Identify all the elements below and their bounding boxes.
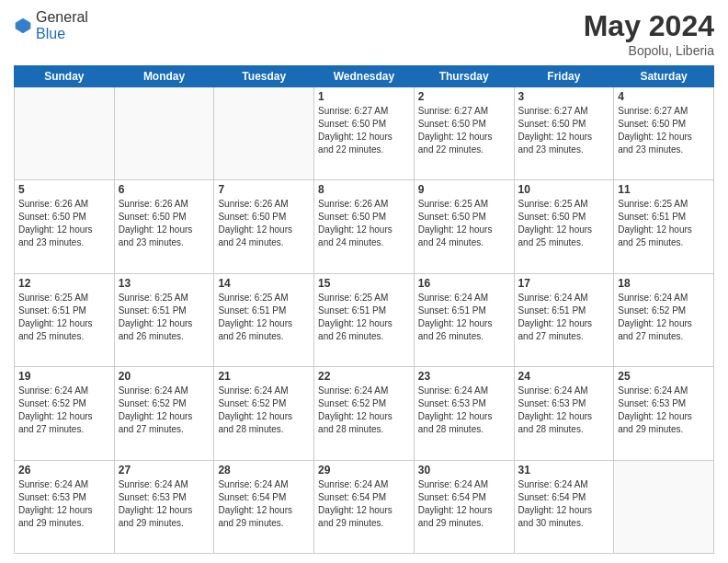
day-info: Sunrise: 6:24 AM Sunset: 6:53 PM Dayligh… (618, 385, 710, 436)
calendar-cell: 26Sunrise: 6:24 AM Sunset: 6:53 PM Dayli… (15, 460, 115, 553)
day-header-sunday: Sunday (15, 66, 115, 87)
day-header-wednesday: Wednesday (314, 66, 415, 87)
day-header-tuesday: Tuesday (214, 66, 314, 87)
day-number: 16 (418, 277, 510, 290)
calendar-cell: 21Sunrise: 6:24 AM Sunset: 6:52 PM Dayli… (214, 367, 314, 460)
day-number: 24 (518, 370, 610, 383)
day-info: Sunrise: 6:24 AM Sunset: 6:54 PM Dayligh… (318, 478, 410, 530)
day-info: Sunrise: 6:24 AM Sunset: 6:53 PM Dayligh… (518, 385, 610, 436)
day-info: Sunrise: 6:26 AM Sunset: 6:50 PM Dayligh… (18, 198, 110, 249)
logo-general: General (36, 9, 88, 25)
day-info: Sunrise: 6:24 AM Sunset: 6:52 PM Dayligh… (218, 385, 310, 436)
calendar-week-5: 26Sunrise: 6:24 AM Sunset: 6:53 PM Dayli… (15, 460, 714, 553)
day-info: Sunrise: 6:27 AM Sunset: 6:50 PM Dayligh… (618, 105, 710, 156)
calendar-cell: 17Sunrise: 6:24 AM Sunset: 6:51 PM Dayli… (514, 273, 614, 366)
logo: General Blue (14, 9, 88, 42)
day-info: Sunrise: 6:25 AM Sunset: 6:50 PM Dayligh… (418, 198, 510, 249)
day-number: 17 (518, 277, 610, 290)
calendar-cell: 5Sunrise: 6:26 AM Sunset: 6:50 PM Daylig… (15, 180, 115, 273)
calendar-cell (114, 87, 214, 180)
calendar-cell: 19Sunrise: 6:24 AM Sunset: 6:52 PM Dayli… (15, 367, 115, 460)
page: General Blue May 2024 Bopolu, Liberia Su… (0, 0, 728, 563)
day-info: Sunrise: 6:27 AM Sunset: 6:50 PM Dayligh… (518, 105, 610, 156)
calendar-cell: 30Sunrise: 6:24 AM Sunset: 6:54 PM Dayli… (414, 460, 514, 553)
calendar-week-1: 1Sunrise: 6:27 AM Sunset: 6:50 PM Daylig… (15, 87, 714, 180)
day-info: Sunrise: 6:24 AM Sunset: 6:52 PM Dayligh… (18, 385, 110, 436)
calendar-cell: 28Sunrise: 6:24 AM Sunset: 6:54 PM Dayli… (214, 460, 314, 553)
calendar-cell: 16Sunrise: 6:24 AM Sunset: 6:51 PM Dayli… (414, 273, 514, 366)
day-number: 13 (119, 277, 210, 290)
day-info: Sunrise: 6:24 AM Sunset: 6:53 PM Dayligh… (18, 478, 110, 530)
calendar-cell: 23Sunrise: 6:24 AM Sunset: 6:53 PM Dayli… (414, 367, 514, 460)
day-info: Sunrise: 6:24 AM Sunset: 6:53 PM Dayligh… (119, 478, 210, 530)
day-info: Sunrise: 6:26 AM Sunset: 6:50 PM Dayligh… (318, 198, 410, 249)
calendar-cell: 27Sunrise: 6:24 AM Sunset: 6:53 PM Dayli… (114, 460, 214, 553)
logo-text: General Blue (36, 9, 88, 42)
day-number: 15 (318, 277, 410, 290)
day-info: Sunrise: 6:24 AM Sunset: 6:51 PM Dayligh… (418, 292, 510, 343)
logo-blue: Blue (36, 26, 65, 41)
location: Bopolu, Liberia (584, 43, 714, 58)
day-number: 23 (418, 370, 510, 383)
day-number: 5 (18, 183, 110, 196)
day-number: 28 (218, 464, 310, 477)
day-header-monday: Monday (114, 66, 214, 87)
day-number: 30 (418, 464, 510, 477)
day-info: Sunrise: 6:26 AM Sunset: 6:50 PM Dayligh… (119, 198, 210, 249)
calendar-cell: 12Sunrise: 6:25 AM Sunset: 6:51 PM Dayli… (15, 273, 115, 366)
calendar-cell: 7Sunrise: 6:26 AM Sunset: 6:50 PM Daylig… (214, 180, 314, 273)
day-header-saturday: Saturday (614, 66, 714, 87)
calendar-cell: 2Sunrise: 6:27 AM Sunset: 6:50 PM Daylig… (414, 87, 514, 180)
day-info: Sunrise: 6:25 AM Sunset: 6:51 PM Dayligh… (218, 292, 310, 343)
calendar-table: SundayMondayTuesdayWednesdayThursdayFrid… (14, 65, 714, 554)
day-info: Sunrise: 6:24 AM Sunset: 6:53 PM Dayligh… (418, 385, 510, 436)
calendar-cell: 10Sunrise: 6:25 AM Sunset: 6:50 PM Dayli… (514, 180, 614, 273)
day-number: 7 (218, 183, 310, 196)
calendar-cell: 25Sunrise: 6:24 AM Sunset: 6:53 PM Dayli… (614, 367, 714, 460)
day-number: 12 (18, 277, 110, 290)
day-number: 22 (318, 370, 410, 383)
calendar-cell: 1Sunrise: 6:27 AM Sunset: 6:50 PM Daylig… (314, 87, 415, 180)
day-info: Sunrise: 6:24 AM Sunset: 6:51 PM Dayligh… (518, 292, 610, 343)
day-header-thursday: Thursday (414, 66, 514, 87)
calendar-cell: 29Sunrise: 6:24 AM Sunset: 6:54 PM Dayli… (314, 460, 415, 553)
day-number: 2 (418, 90, 510, 103)
calendar-week-3: 12Sunrise: 6:25 AM Sunset: 6:51 PM Dayli… (15, 273, 714, 366)
calendar-cell: 11Sunrise: 6:25 AM Sunset: 6:51 PM Dayli… (614, 180, 714, 273)
day-number: 14 (218, 277, 310, 290)
calendar-cell (214, 87, 314, 180)
calendar-cell: 24Sunrise: 6:24 AM Sunset: 6:53 PM Dayli… (514, 367, 614, 460)
day-number: 27 (119, 464, 210, 477)
calendar-cell (15, 87, 115, 180)
day-number: 11 (618, 183, 710, 196)
day-info: Sunrise: 6:24 AM Sunset: 6:54 PM Dayligh… (418, 478, 510, 530)
day-number: 26 (18, 464, 110, 477)
calendar-week-4: 19Sunrise: 6:24 AM Sunset: 6:52 PM Dayli… (15, 367, 714, 460)
day-number: 10 (518, 183, 610, 196)
day-number: 20 (119, 370, 210, 383)
logo-icon (14, 17, 32, 35)
day-info: Sunrise: 6:25 AM Sunset: 6:51 PM Dayligh… (318, 292, 410, 343)
calendar-cell: 6Sunrise: 6:26 AM Sunset: 6:50 PM Daylig… (114, 180, 214, 273)
day-info: Sunrise: 6:25 AM Sunset: 6:51 PM Dayligh… (119, 292, 210, 343)
calendar-cell: 31Sunrise: 6:24 AM Sunset: 6:54 PM Dayli… (514, 460, 614, 553)
day-number: 29 (318, 464, 410, 477)
day-number: 18 (618, 277, 710, 290)
day-number: 19 (18, 370, 110, 383)
day-number: 4 (618, 90, 710, 103)
day-number: 8 (318, 183, 410, 196)
calendar-cell: 20Sunrise: 6:24 AM Sunset: 6:52 PM Dayli… (114, 367, 214, 460)
calendar-cell: 13Sunrise: 6:25 AM Sunset: 6:51 PM Dayli… (114, 273, 214, 366)
day-info: Sunrise: 6:25 AM Sunset: 6:51 PM Dayligh… (18, 292, 110, 343)
day-info: Sunrise: 6:25 AM Sunset: 6:50 PM Dayligh… (518, 198, 610, 249)
day-header-friday: Friday (514, 66, 614, 87)
day-info: Sunrise: 6:24 AM Sunset: 6:52 PM Dayligh… (318, 385, 410, 436)
calendar-cell: 3Sunrise: 6:27 AM Sunset: 6:50 PM Daylig… (514, 87, 614, 180)
calendar-week-2: 5Sunrise: 6:26 AM Sunset: 6:50 PM Daylig… (15, 180, 714, 273)
calendar-cell: 4Sunrise: 6:27 AM Sunset: 6:50 PM Daylig… (614, 87, 714, 180)
day-info: Sunrise: 6:24 AM Sunset: 6:54 PM Dayligh… (218, 478, 310, 530)
day-info: Sunrise: 6:24 AM Sunset: 6:52 PM Dayligh… (119, 385, 210, 436)
day-info: Sunrise: 6:24 AM Sunset: 6:52 PM Dayligh… (618, 292, 710, 343)
day-number: 31 (518, 464, 610, 477)
calendar-cell: 14Sunrise: 6:25 AM Sunset: 6:51 PM Dayli… (214, 273, 314, 366)
